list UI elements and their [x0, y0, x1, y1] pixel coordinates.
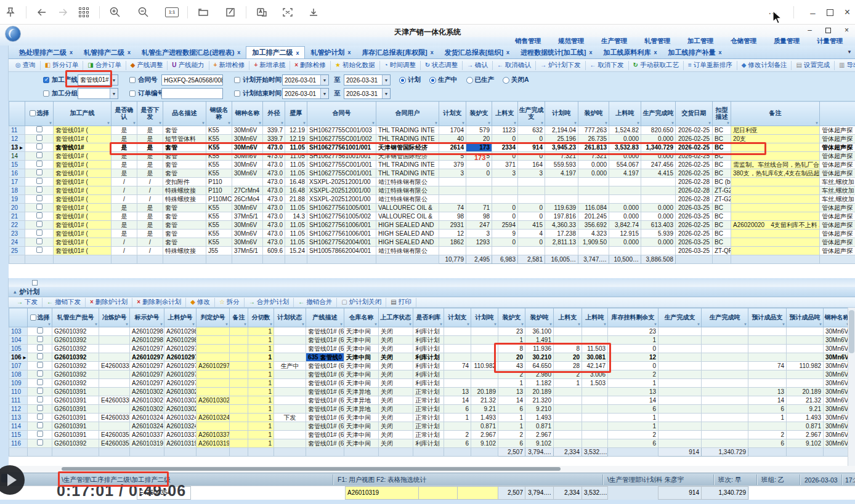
filter-funnel-icon[interactable]: ▼	[439, 322, 443, 326]
toolbar-button-edit-note[interactable]: ◆修改计划备注	[737, 61, 792, 70]
row-number[interactable]: 108	[9, 370, 28, 379]
radio-生产中[interactable]: 生产中	[429, 76, 458, 84]
end-from-date[interactable]: 2026-03-01▼	[282, 88, 329, 99]
select-cell[interactable]	[25, 178, 54, 186]
row-number[interactable]: 23	[9, 230, 25, 238]
select-cell[interactable]	[28, 379, 52, 388]
end-to-date[interactable]: 2026-03-31▼	[344, 88, 391, 99]
filter-funnel-icon[interactable]: ▼	[466, 322, 470, 326]
column-header-计划支[interactable]: 计划支▼	[444, 308, 471, 327]
row-number[interactable]: 17	[9, 178, 25, 186]
table-row[interactable]: 106 ▸G26010392A26010297A260102971635 套管线…	[9, 353, 855, 362]
column-header-备注[interactable]: 备注▼	[230, 308, 248, 327]
apps-grid-icon[interactable]	[73, 4, 94, 20]
line-filter[interactable]: 加工产线	[43, 73, 78, 87]
filter-funnel-icon[interactable]: ▼	[697, 322, 700, 326]
furnace-plan-table[interactable]: 选择▼轧管生产批号▼冶炼炉号▼标示炉号▼上料炉号▼判定炉号▼备注▼分切数▼计划状…	[9, 308, 855, 466]
select-cell[interactable]	[25, 230, 54, 238]
download-icon[interactable]	[303, 4, 324, 20]
zoom-out-icon[interactable]	[133, 4, 154, 20]
table-row[interactable]: 111G26010391E42600330A26010302A26010302A…	[9, 396, 855, 405]
table-row[interactable]: 25套管线01# (//特殊螺纹接J5537Mn5/1609.615.24SH1…	[9, 247, 855, 255]
filter-funnel-icon[interactable]: ▼	[815, 121, 819, 125]
tab-close-icon[interactable]: x	[128, 49, 131, 55]
toolbar-button-undo-send[interactable]: ←撤销下发	[43, 298, 86, 307]
filter-funnel-icon[interactable]: ▼	[603, 322, 607, 326]
row-number[interactable]: 105	[9, 345, 28, 353]
tab-加工排产二级[interactable]: 加工排产二级x	[246, 46, 305, 58]
column-header-冶炼炉号[interactable]: 冶炼炉号▼	[99, 308, 130, 327]
column-header-钢种名称[interactable]: 钢种名称▼	[232, 102, 263, 126]
toolbar-button-time-adjust[interactable]: ◔时间调整	[380, 61, 421, 70]
column-header-品名描述[interactable]: 品名描述▼	[163, 102, 206, 126]
filter-funnel-icon[interactable]: ▼	[302, 121, 306, 125]
toolbar-button-send-plan[interactable]: →炉计划下发	[536, 61, 586, 70]
column-header-轧管生产批号[interactable]: 轧管生产批号▼	[52, 308, 99, 327]
order-input[interactable]	[161, 88, 223, 99]
column-header-上工序状态[interactable]: 上工序状态▼	[379, 308, 413, 327]
tab-close-icon[interactable]: x	[237, 49, 240, 55]
forward-icon[interactable]	[52, 4, 73, 20]
row-number[interactable]: 103	[9, 327, 28, 336]
column-header-预计成品支[interactable]: 预计成品支▼	[748, 308, 787, 327]
browser-close-icon[interactable]: ×	[845, 7, 850, 18]
filter-funnel-icon[interactable]: ▼	[493, 322, 497, 326]
table-row[interactable]: 16套管线01# (是是套管K5530Mn6V473.011.05SH10627…	[9, 169, 855, 178]
toolbar-button-print[interactable]: ▤打印	[386, 298, 416, 307]
row-number[interactable]: 22	[9, 221, 25, 230]
row-number[interactable]: 11	[9, 126, 25, 135]
toolbar-button-search[interactable]: ◎查询	[11, 61, 41, 70]
select-cell[interactable]	[25, 247, 54, 255]
select-cell[interactable]	[25, 212, 54, 221]
menu-item[interactable]: 仓储管理	[722, 37, 765, 46]
row-checkbox[interactable]	[37, 414, 43, 420]
column-header-交货日期[interactable]: 交货日期▼	[676, 102, 713, 126]
column-header-生产完成支[interactable]: 生产完成支▼	[658, 308, 702, 327]
row-checkbox[interactable]	[37, 362, 43, 368]
filter-funnel-icon[interactable]: ▼	[782, 322, 785, 326]
column-header-生产完成吨[interactable]: 生产完成吨▼	[641, 102, 676, 126]
row-number[interactable]: 110	[9, 388, 28, 396]
row-number[interactable]: 112	[9, 405, 28, 414]
row-checkbox[interactable]	[37, 405, 43, 411]
tab-加工线排产补量[interactable]: 加工线排产补量x	[662, 46, 727, 58]
row-number[interactable]: 14	[9, 152, 25, 161]
column-header-标示炉号[interactable]: 标示炉号▼	[130, 308, 164, 327]
column-header-合同号[interactable]: 合同号▼	[307, 102, 376, 126]
row-checkbox[interactable]	[37, 396, 43, 402]
group-combo[interactable]: ▼	[78, 88, 118, 99]
select-cell[interactable]	[28, 431, 52, 439]
tab-close-icon[interactable]: x	[70, 49, 73, 55]
column-header-装炉支[interactable]: 装炉支▼	[466, 102, 492, 126]
row-checkbox[interactable]	[36, 221, 43, 227]
select-cell[interactable]	[28, 327, 52, 336]
row-checkbox[interactable]	[36, 169, 43, 175]
table-row[interactable]: 116G26010392E42600354A26010319A26010319A…	[9, 439, 855, 448]
column-header-外径[interactable]: 外径▼	[263, 102, 285, 126]
contract-checkbox-icon[interactable]	[129, 77, 136, 83]
select-cell[interactable]	[28, 414, 52, 422]
end-time-checkbox-icon[interactable]	[234, 90, 240, 97]
select-cell[interactable]	[28, 439, 52, 448]
filter-funnel-icon[interactable]: ▼	[227, 121, 231, 125]
filter-funnel-icon[interactable]: ▼	[225, 322, 229, 326]
column-header-上料吨[interactable]: 上料吨▼	[609, 102, 641, 126]
column-header-装炉吨[interactable]: 装炉吨▼	[578, 102, 609, 126]
column-header-计划吨[interactable]: 计划吨▼	[545, 102, 578, 126]
row-number[interactable]: 114	[9, 422, 28, 431]
row-checkbox[interactable]	[36, 135, 43, 141]
menu-item[interactable]: 规范管理	[549, 37, 593, 46]
toolbar-button-line-adjust[interactable]: ◆产线调整	[126, 61, 168, 70]
filter-funnel-icon[interactable]: ▼	[160, 322, 163, 326]
table-row[interactable]: 109G26010392A26010297A260102971套管线01# (6…	[9, 379, 855, 388]
toolbar-button-cancel-send[interactable]: ←取消下发	[586, 61, 629, 70]
back-icon[interactable]	[31, 4, 52, 20]
column-header-钢级名称[interactable]: 钢级名称▼	[206, 102, 232, 126]
table-row[interactable]: 103G26010392A26010298A260102981套管线01# (6…	[9, 327, 855, 336]
column-header-产线描述[interactable]: 产线描述▼	[306, 308, 344, 327]
select-cell[interactable]	[28, 388, 52, 396]
select-cell[interactable]	[28, 353, 52, 362]
column-header-钢种名称[interactable]: 钢种名称▼	[824, 308, 851, 327]
processing-plan-table[interactable]: 选择▼加工产线▼是否确认▼是否下发▼品名描述▼钢级名称▼钢种名称▼外径▼壁厚▼合…	[9, 101, 855, 278]
toolbar-button-merge-plan[interactable]: →合并炉计划	[245, 298, 294, 307]
